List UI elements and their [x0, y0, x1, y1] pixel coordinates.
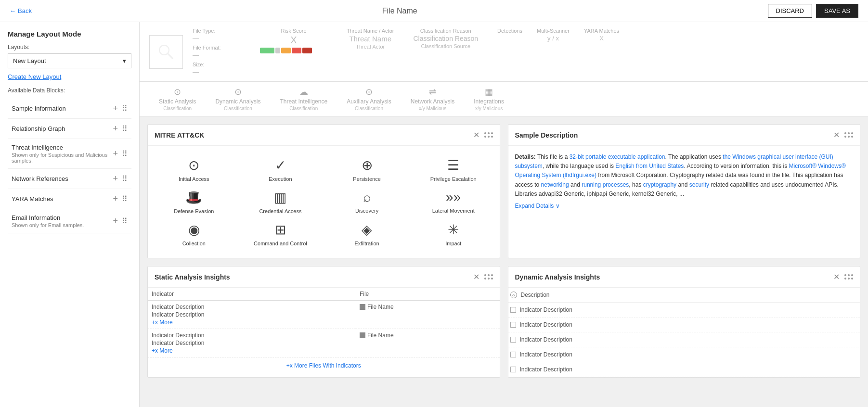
expand-details-button[interactable]: Expand Details	[515, 202, 554, 211]
block-add-icon[interactable]: +	[113, 103, 118, 114]
sample-desc-drag-icon[interactable]	[844, 132, 853, 138]
file-header: File Type: — File Format: — Size: — Risk…	[140, 22, 868, 82]
more-link[interactable]: +x More	[152, 319, 352, 326]
static-insights-drag-icon[interactable]	[484, 274, 493, 280]
link-security[interactable]: security	[689, 181, 709, 188]
mitre-item-defense-evasion[interactable]: 🎩 Defense Evasion	[155, 190, 233, 214]
block-add-icon[interactable]: +	[113, 216, 118, 226]
layout-select[interactable]: New Layout ▾	[8, 53, 131, 68]
indicator-desc-2: Indicator Description	[152, 311, 352, 318]
mitre-item-exfiltration[interactable]: ◈ Exfiltration	[327, 222, 406, 246]
top-actions: DISCARD SAVE AS	[768, 4, 858, 18]
mitre-item-initial-access[interactable]: ⊙ Initial Access	[155, 157, 233, 182]
block-drag-icon[interactable]: ⠿	[122, 124, 128, 133]
mitre-item-command-and-control[interactable]: ⊞ Command and Control	[241, 222, 320, 246]
mitre-item-collection[interactable]: ◉ Collection	[155, 222, 233, 246]
block-drag-icon[interactable]: ⠿	[122, 216, 128, 226]
table-row: Indicator Description Indicator Descript…	[148, 329, 500, 357]
static-insights-close-icon[interactable]: ✕	[473, 272, 479, 281]
indicator-desc-2: Indicator Description	[152, 340, 352, 346]
dynamic-insights-header: Dynamic Analysis Insights ✕	[508, 267, 860, 288]
dynamic-insights-drag-icon[interactable]	[844, 274, 853, 280]
dynamic-section-icon: ○	[510, 292, 517, 298]
block-drag-icon[interactable]: ⠿	[122, 104, 128, 113]
sample-desc-close-icon[interactable]: ✕	[833, 130, 840, 140]
mitre-item-lateral-movement[interactable]: »» Lateral Movement	[414, 190, 493, 214]
block-drag-icon[interactable]: ⠿	[122, 174, 128, 183]
tab-auxiliary-analysis[interactable]: ⊙ Auxiliary Analysis Classification	[337, 82, 401, 116]
mitre-block-header: MITRE ATT&CK ✕	[148, 125, 500, 146]
svg-line-1	[168, 53, 173, 59]
block-drag-icon[interactable]: ⠿	[122, 149, 128, 158]
block-item-name: Email Information	[12, 214, 113, 221]
more-files-link[interactable]: +x More Files With Indicators	[148, 357, 500, 374]
discard-button[interactable]: DISCARD	[768, 4, 813, 18]
mitre-item-persistence[interactable]: ⊕ Persistence	[327, 157, 406, 182]
layouts-label: Layouts:	[8, 44, 131, 51]
link-running-processes[interactable]: running processes	[582, 181, 629, 188]
link-32bit-exe[interactable]: 32-bit portable executable application	[570, 153, 665, 160]
mitre-drag-icon[interactable]	[484, 132, 493, 138]
link-cryptography[interactable]: cryptography	[643, 181, 676, 188]
block-add-icon[interactable]: +	[113, 124, 118, 134]
dynamic-insights-body: ○ Description Indicator Description Indi…	[508, 288, 860, 377]
mitre-item-label: Discovery	[355, 208, 378, 214]
back-link[interactable]: Back	[10, 7, 32, 14]
dynamic-indicator-label: Indicator Description	[520, 306, 572, 313]
dynamic-list: ○ Description Indicator Description Indi…	[508, 288, 860, 377]
dynamic-indicator: Indicator Description	[508, 303, 860, 318]
mitre-item-icon: ◈	[362, 222, 372, 238]
dynamic-insights-title: Dynamic Analysis Insights	[515, 273, 600, 281]
mitre-item-discovery[interactable]: ⌕ Discovery	[327, 190, 406, 214]
block-item-actions: + ⠿	[113, 216, 128, 226]
mitre-item-label: Initial Access	[179, 176, 209, 182]
tab-dynamic-analysis[interactable]: ⊙ Dynamic Analysis Classification	[206, 82, 270, 116]
block-item-name: Relationship Graph	[12, 125, 113, 132]
indicator-cell: Indicator Description Indicator Descript…	[148, 329, 356, 357]
classification-reason-section: Classification Reason Classification Rea…	[413, 28, 478, 76]
tab-integrations[interactable]: ▦ Integrations x/y Malicious	[464, 82, 514, 116]
chevron-down-icon: ▾	[123, 57, 126, 64]
detections-label: Detections	[497, 28, 522, 76]
create-new-layout-link[interactable]: Create New Layout	[8, 73, 131, 80]
sidebar-block-item: Network References + ⠿	[8, 169, 131, 189]
mitre-item-execution[interactable]: ✓ Execution	[241, 157, 320, 182]
mitre-item-label: Credential Access	[259, 208, 301, 214]
block-drag-icon[interactable]: ⠿	[122, 194, 128, 204]
mitre-item-icon: ⊙	[188, 157, 199, 173]
content-area: File Type: — File Format: — Size: — Risk…	[140, 22, 868, 407]
block-item-name: Network References	[12, 175, 113, 182]
block-item-actions: + ⠿	[113, 174, 128, 184]
mitre-item-impact[interactable]: ✳ Impact	[414, 222, 493, 246]
sidebar-blocks-list: Sample Information + ⠿ Relationship Grap…	[8, 99, 131, 233]
block-add-icon[interactable]: +	[113, 194, 118, 204]
tab-threat-intelligence[interactable]: ☁ Threat Intelligence Classification	[270, 82, 337, 116]
link-english-us[interactable]: English from United States	[615, 163, 684, 169]
dynamic-insights-close-icon[interactable]: ✕	[833, 272, 840, 281]
more-link[interactable]: +x More	[152, 347, 352, 354]
mitre-item-privilege-escalation[interactable]: ☰ Privilege Escalation	[414, 157, 493, 182]
file-icon-small	[360, 332, 365, 338]
save-as-button[interactable]: SAVE AS	[816, 4, 858, 18]
file-icon-thumbnail	[149, 35, 183, 69]
tab-icon: ⊙	[365, 87, 373, 97]
link-networking[interactable]: networking	[541, 181, 569, 188]
tab-static-analysis[interactable]: ⊙ Static Analysis Classification	[149, 82, 206, 116]
dynamic-indicator: Indicator Description	[508, 362, 860, 377]
mitre-close-icon[interactable]: ✕	[473, 130, 479, 140]
block-item-info: Network References	[12, 175, 113, 182]
mitre-item-credential-access[interactable]: ▥ Credential Access	[241, 190, 320, 214]
analysis-tabs: ⊙ Static Analysis Classification ⊙ Dynam…	[140, 82, 868, 116]
indicator-desc-1: Indicator Description	[152, 304, 352, 310]
mitre-item-icon: ▥	[274, 190, 286, 205]
static-insights-actions: ✕	[473, 272, 493, 281]
block-item-info: YARA Matches	[12, 195, 113, 203]
indicator-desc-1: Indicator Description	[152, 332, 352, 339]
block-add-icon[interactable]: +	[113, 149, 118, 159]
mitre-item-label: Lateral Movement	[432, 208, 475, 214]
block-add-icon[interactable]: +	[113, 174, 118, 184]
file-cell: File Name	[356, 329, 500, 357]
tab-main-label: Integrations	[474, 98, 504, 105]
tab-network-analysis[interactable]: ⇌ Network Analysis x/y Malicious	[401, 82, 464, 116]
expand-details-chevron: ∨	[556, 203, 560, 209]
